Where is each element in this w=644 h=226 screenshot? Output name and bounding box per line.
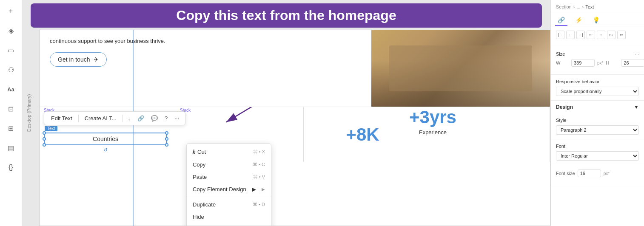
table-icon[interactable]: ▤ xyxy=(5,142,17,154)
duplicate-shortcut: ⌘ • D xyxy=(253,202,265,207)
tab-link[interactable]: 🔗 xyxy=(555,15,567,26)
align-right-icon[interactable]: →| xyxy=(576,31,585,39)
align-bottom-icon[interactable]: B↓ xyxy=(607,31,616,39)
context-delete[interactable]: Delete ⌫ xyxy=(187,223,271,226)
font-select[interactable]: Inter Regular xyxy=(556,151,639,161)
image-icon[interactable]: ⊡ xyxy=(5,103,17,115)
desktop-label: Desktop (Primary) xyxy=(26,94,31,132)
breadcrumb-section: Section xyxy=(556,4,572,9)
align-section: |← ↔ →| T↑ ↕ B↓ ⇔ xyxy=(551,26,644,47)
stat-item-experience: +3yrs Experience xyxy=(316,107,550,136)
handle-bottom-right[interactable] xyxy=(165,143,168,147)
context-menu: 𝒌Cut ⌘ • X Copy ⌘ • C Paste ⌘ • V Copy E… xyxy=(186,143,271,226)
grid-icon[interactable]: ⊞ xyxy=(5,122,17,134)
people-icon[interactable]: ⚇ xyxy=(5,64,17,76)
paste-label: Paste xyxy=(193,174,207,180)
align-middle-icon[interactable]: ↕ xyxy=(597,31,605,39)
handle-bottom-left[interactable] xyxy=(43,143,46,147)
right-panel: ‹ Section › ... › Text 🔗 ⚡ 💡 |← ↔ →| T↑ … xyxy=(550,0,644,226)
cut-label: 𝒌Cut xyxy=(193,148,206,155)
handle-top-right[interactable] xyxy=(165,131,168,135)
breadcrumb-current: Text xyxy=(585,4,594,9)
annotation-banner: Copy this text from the homepage xyxy=(31,3,542,28)
panel-breadcrumb: Section › ... › Text xyxy=(551,0,644,12)
comment-icon[interactable]: 💬 xyxy=(148,113,160,123)
size-title: Size ··· xyxy=(556,51,639,56)
align-stretch-icon[interactable]: ⇔ xyxy=(617,31,626,39)
height-label: H xyxy=(606,60,618,65)
fontsize-row: Font size px* xyxy=(556,170,639,177)
height-input[interactable] xyxy=(621,59,644,67)
context-copy[interactable]: Copy ⌘ • C xyxy=(187,158,271,171)
cut-shortcut: ⌘ • X xyxy=(253,149,265,155)
tab-style[interactable]: 💡 xyxy=(590,15,602,26)
context-cut[interactable]: 𝒌Cut ⌘ • X xyxy=(187,145,271,158)
annotation-title: Copy this text from the homepage xyxy=(39,8,533,23)
hero-image xyxy=(371,30,550,107)
get-in-touch-button[interactable]: Get in touch ✈ xyxy=(50,52,107,67)
element-toolbar: Edit Text Create AI T... ↓ 🔗 💬 ? ··· xyxy=(44,111,185,125)
canvas-wrapper: Desktop (Primary) continuous support to … xyxy=(22,0,550,226)
submenu-arrow: ▶ xyxy=(252,186,256,192)
code-icon[interactable]: {} xyxy=(5,161,17,173)
layers-icon[interactable]: ◈ xyxy=(5,25,17,37)
add-icon[interactable]: + xyxy=(5,5,17,17)
panel-collapse-button[interactable]: ‹ xyxy=(550,107,551,119)
hero-description: continuous support to see your business … xyxy=(50,37,361,45)
cursor-icon: 𝒌 xyxy=(193,148,196,155)
context-paste[interactable]: Paste ⌘ • V xyxy=(187,171,271,183)
fontsize-label: Font size xyxy=(556,171,575,176)
width-label: W xyxy=(556,60,569,65)
context-duplicate[interactable]: Duplicate ⌘ • D xyxy=(187,198,271,211)
panel-tabs: 🔗 ⚡ 💡 xyxy=(551,12,644,26)
fontsize-unit: px* xyxy=(604,171,610,176)
style-section: Style Paragraph 2 xyxy=(551,113,644,139)
create-ai-button[interactable]: Create AI T... xyxy=(81,113,120,123)
font-label: Font xyxy=(556,144,639,149)
handle-top-left[interactable] xyxy=(43,131,46,135)
selected-text-element[interactable]: Text Countries ↺ xyxy=(44,133,167,145)
help-icon[interactable]: ? xyxy=(162,113,170,123)
responsive-label: Responsive behavior xyxy=(556,79,639,84)
fontsize-section: Font size px* xyxy=(551,165,644,185)
tab-interaction[interactable]: ⚡ xyxy=(573,15,585,26)
hero-text-area: continuous support to see your business … xyxy=(40,30,371,107)
rotate-handle[interactable]: ↺ xyxy=(103,147,108,153)
context-copy-element-design[interactable]: Copy Element Design ▶ xyxy=(187,183,271,195)
more-icon[interactable]: ··· xyxy=(172,113,182,123)
stats-section: Stack Stack Edit Text Create AI T... ↓ 🔗… xyxy=(40,107,550,162)
edit-text-button[interactable]: Edit Text xyxy=(48,113,76,123)
design-chevron[interactable]: ▼ xyxy=(634,104,639,110)
align-icons-row: |← ↔ →| T↑ ↕ B↓ ⇔ xyxy=(556,31,639,39)
responsive-section: Responsive behavior Scale proportionally xyxy=(551,75,644,101)
element-type-label: Text xyxy=(45,126,57,131)
handle-middle-left[interactable] xyxy=(43,137,46,141)
align-top-icon[interactable]: T↑ xyxy=(587,31,595,39)
countries-text: Countries xyxy=(93,136,118,142)
size-row: W px* H px* xyxy=(556,59,639,67)
get-in-touch-label: Get in touch xyxy=(58,56,90,63)
style-title: Style xyxy=(556,118,639,123)
copy-element-design-label: Copy Element Design xyxy=(193,186,246,192)
page-icon[interactable]: ▭ xyxy=(5,44,17,56)
responsive-select[interactable]: Scale proportionally xyxy=(556,87,639,96)
link-icon[interactable]: 🔗 xyxy=(135,113,147,123)
text-style-icon[interactable]: Aa xyxy=(5,83,17,95)
stat-label-experience: Experience xyxy=(419,129,447,136)
fontsize-input[interactable] xyxy=(578,170,601,177)
size-more[interactable]: ··· xyxy=(635,51,639,56)
context-hide[interactable]: Hide xyxy=(187,211,271,223)
breadcrumb-sep1: › xyxy=(573,4,575,9)
design-header: Design ▼ xyxy=(551,101,644,113)
align-center-h-icon[interactable]: ↔ xyxy=(566,31,575,39)
context-menu-divider xyxy=(187,197,271,197)
stat-number-experience: +3yrs xyxy=(409,107,456,127)
handle-middle-right[interactable] xyxy=(165,137,168,141)
style-select[interactable]: Paragraph 2 xyxy=(556,125,639,135)
breadcrumb-sep2: › xyxy=(582,4,584,9)
align-left-icon[interactable]: |← xyxy=(556,31,564,39)
send-icon: ✈ xyxy=(94,56,99,63)
style-label: Style xyxy=(556,118,566,123)
width-input[interactable] xyxy=(571,59,595,67)
down-arrow-icon[interactable]: ↓ xyxy=(125,113,134,123)
